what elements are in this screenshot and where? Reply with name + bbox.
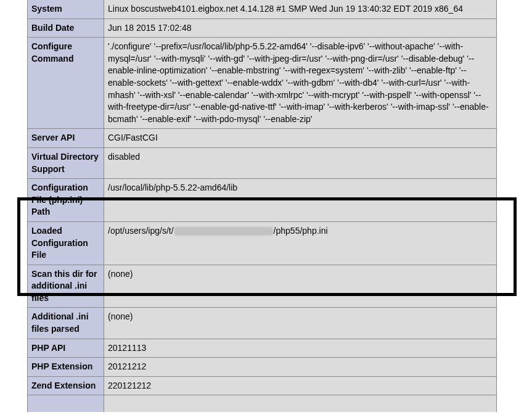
label-virtual-directory-support: Virtual Directory Support [28,147,104,178]
table-row: Additional .ini files parsed (none) [28,308,497,339]
phpinfo-table: System Linux boscustweb4101.eigbox.net 4… [27,0,497,412]
value-virtual-directory-support: disabled [104,147,497,178]
table-row: Configure Command './configure' '--prefi… [28,38,497,129]
label-server-api: Server API [28,129,104,148]
value-zend-extension: 220121212 [104,376,497,395]
table-row: Server API CGI/FastCGI [28,129,497,148]
table-row: Configuration File (php.ini) Path /usr/l… [28,179,497,222]
label-additional-ini: Additional .ini files parsed [28,308,104,339]
label-cutoff [28,395,104,412]
value-scan-dir: (none) [104,265,497,308]
label-system: System [28,0,104,19]
value-php-api: 20121113 [104,339,497,358]
table-row: Loaded Configuration File /opt/users/ipg… [28,221,497,265]
table-row: Zend Extension 220121212 [28,376,497,395]
table-row [28,395,497,412]
table-row: Scan this dir for additional .ini files … [28,265,497,308]
label-configure-command: Configure Command [28,38,104,129]
table-row: Virtual Directory Support disabled [28,147,497,178]
value-additional-ini: (none) [104,308,497,339]
table-row: PHP API 20121113 [28,339,497,358]
table-row: PHP Extension 20121212 [28,358,497,377]
value-loaded-config-file: /opt/users/ipg/s/t//php55/php.ini [104,221,497,265]
label-scan-dir: Scan this dir for additional .ini files [28,265,104,308]
loaded-config-suffix: /php55/php.ini [274,226,328,236]
label-php-extension: PHP Extension [28,358,104,377]
value-cutoff [104,395,497,412]
value-system: Linux boscustweb4101.eigbox.net 4.14.128… [104,0,497,19]
label-loaded-config-file: Loaded Configuration File [28,221,104,265]
redacted-path-segment [174,227,273,236]
value-configure-command: './configure' '--prefix=/usr/local/lib/p… [104,38,497,129]
value-server-api: CGI/FastCGI [104,129,497,148]
value-config-file-path: /usr/local/lib/php-5.5.22-amd64/lib [104,179,497,222]
loaded-config-prefix: /opt/users/ipg/s/t/ [108,226,174,236]
phpinfo-table-container: System Linux boscustweb4101.eigbox.net 4… [0,0,524,412]
label-config-file-path: Configuration File (php.ini) Path [28,179,104,222]
label-php-api: PHP API [28,339,104,358]
table-row: System Linux boscustweb4101.eigbox.net 4… [28,0,497,19]
value-php-extension: 20121212 [104,358,497,377]
label-zend-extension: Zend Extension [28,376,104,395]
label-build-date: Build Date [28,19,104,38]
table-row: Build Date Jun 18 2015 17:02:48 [28,19,497,38]
value-build-date: Jun 18 2015 17:02:48 [104,19,497,38]
